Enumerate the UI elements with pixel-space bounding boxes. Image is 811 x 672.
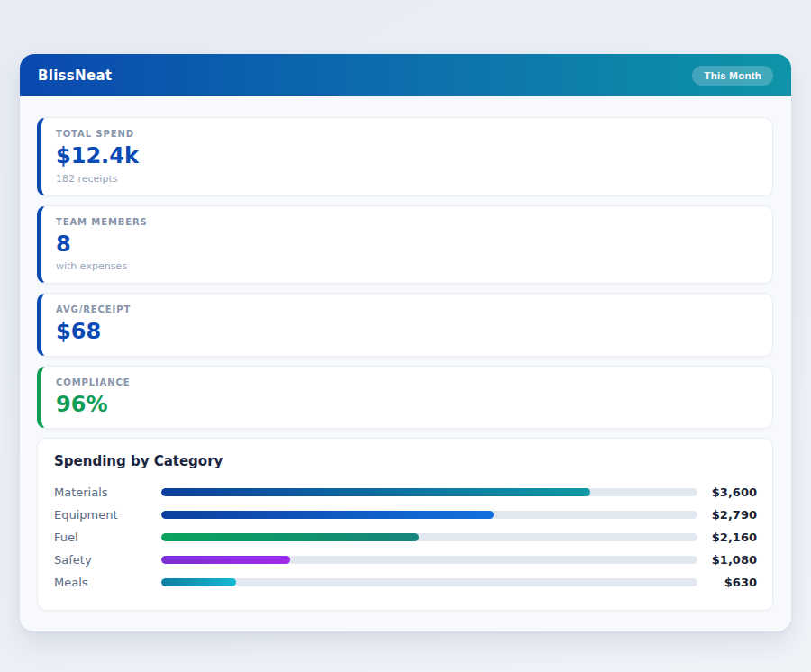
bar-track: [161, 511, 697, 519]
bar-value: $630: [697, 576, 757, 589]
main-content: TOTAL SPEND $12.4k 182 receipts TEAM MEM…: [20, 96, 791, 631]
stat-value: 8: [56, 232, 758, 258]
stat-card-team-members: TEAM MEMBERS 8 with expenses: [37, 205, 773, 285]
bar-row-safety: Safety $1,080: [54, 549, 757, 571]
bar-label: Equipment: [54, 508, 161, 522]
stat-label: AVG/RECEIPT: [56, 304, 758, 314]
bar-fill: [161, 578, 236, 586]
bar-row-equipment: Equipment $2,790: [54, 504, 757, 526]
bar-value: $3,600: [697, 486, 757, 499]
stat-card-compliance: COMPLIANCE 96%: [37, 366, 773, 430]
app-header: BlissNeat This Month: [20, 54, 791, 96]
bar-fill: [161, 511, 494, 519]
bar-value: $1,080: [697, 553, 757, 567]
stat-label: COMPLIANCE: [56, 377, 758, 387]
chart-title: Spending by Category: [54, 453, 757, 469]
bar-track: [161, 556, 697, 564]
stat-value: 96%: [56, 393, 758, 418]
bar-label: Meals: [54, 576, 161, 589]
stat-label: TEAM MEMBERS: [56, 217, 758, 227]
bar-value: $2,160: [697, 531, 757, 544]
bar-row-meals: Meals $630: [54, 571, 757, 594]
stat-subtitle: 182 receipts: [56, 173, 758, 185]
bar-track: [161, 488, 697, 496]
stat-card-avg-receipt: AVG/RECEIPT $68: [37, 293, 773, 357]
bar-label: Fuel: [54, 531, 161, 544]
bar-label: Materials: [54, 486, 161, 499]
app-container: BlissNeat This Month TOTAL SPEND $12.4k …: [20, 54, 791, 631]
spending-by-category-card: Spending by Category Materials $3,600 Eq…: [37, 438, 773, 611]
bar-fill: [161, 488, 590, 496]
period-badge[interactable]: This Month: [692, 66, 773, 86]
stat-label: TOTAL SPEND: [56, 129, 758, 139]
bar-label: Safety: [54, 553, 161, 567]
bar-row-materials: Materials $3,600: [54, 481, 757, 504]
bar-track: [161, 533, 697, 541]
bar-fill: [161, 533, 419, 541]
bar-fill: [161, 556, 290, 564]
stat-value: $12.4k: [56, 144, 758, 169]
app-title: BlissNeat: [38, 68, 112, 84]
stat-subtitle: with expenses: [56, 260, 758, 272]
bar-value: $2,790: [697, 508, 757, 522]
stat-value: $68: [56, 320, 758, 345]
bar-track: [161, 578, 697, 586]
stat-card-total-spend: TOTAL SPEND $12.4k 182 receipts: [37, 117, 773, 196]
bar-row-fuel: Fuel $2,160: [54, 526, 757, 549]
